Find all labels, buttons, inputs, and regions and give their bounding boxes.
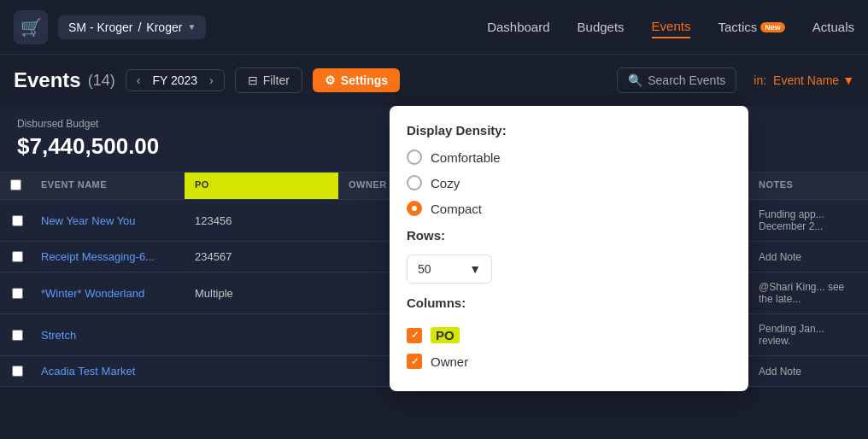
row-checkbox-cell [0,321,31,349]
brand-icon: 🛒 [14,10,48,44]
settings-button[interactable]: ⚙ Settings [313,68,400,92]
po-cell: Multiple [185,278,338,308]
year-prev-button[interactable]: ‹ [133,73,144,87]
column-owner[interactable]: ✓ Owner [407,348,731,374]
chevron-down-icon: ▼ [187,22,196,32]
nav-tactics[interactable]: Tactics New [718,20,784,34]
row-checkbox[interactable] [12,330,23,341]
notes-cell: Add Note [748,243,868,272]
th-checkbox [0,173,31,199]
nav-links: Dashboard Budgets Events Tactics New Act… [487,15,854,38]
po-column-label: PO [431,327,460,343]
checkbox-owner: ✓ [407,354,422,369]
filter-button[interactable]: ⊟ Filter [235,67,302,93]
org-separator: / [138,20,141,34]
density-compact[interactable]: Compact [407,201,731,216]
search-placeholder: Search Events [648,73,725,87]
nav-actuals[interactable]: Actuals [812,16,854,38]
density-title: Display Density: [407,123,731,138]
gear-icon: ⚙ [325,73,336,87]
nav-dashboard[interactable]: Dashboard [487,16,549,38]
po-cell: 234567 [185,242,338,272]
notes-cell: Add Note [748,357,868,386]
rows-dropdown[interactable]: 50 ▼ [407,255,492,284]
density-cozy[interactable]: Cozy [407,175,731,190]
notes-cell: @Shari King... see the late... [748,272,868,313]
rows-section: Rows: 50 ▼ [407,228,731,284]
row-checkbox-cell [0,207,31,235]
year-next-button[interactable]: › [206,73,217,87]
notes-cell: Pending Jan... review. [748,314,868,355]
event-name-cell[interactable]: Acadia Test Market [31,356,185,386]
event-count: (14) [88,72,115,90]
columns-title: Columns: [407,296,731,310]
page-title: Events (14) [14,68,115,92]
row-checkbox[interactable] [12,366,23,377]
in-value: Event Name [773,73,839,87]
year-nav: ‹ FY 2023 › [126,69,225,91]
radio-comfortable [407,149,422,165]
columns-section: Columns: ✓ PO ✓ Owner [407,296,731,374]
event-name-cell[interactable]: *Winter* Wonderland [31,278,185,308]
title-text: Events [14,68,81,92]
org-selector[interactable]: SM - Kroger / Kroger ▼ [58,15,206,39]
toolbar: Events (14) ‹ FY 2023 › ⊟ Filter ⚙ Setti… [0,55,868,106]
nav-budgets[interactable]: Budgets [578,16,625,38]
org-name: SM - Kroger [68,20,132,34]
filter-label: Filter [263,73,290,87]
po-cell [185,363,338,380]
po-cell [185,326,338,343]
notes-cell: Funding app... December 2... [748,200,868,241]
po-cell: 123456 [185,206,338,236]
sub-org-name: Kroger [146,20,182,34]
new-badge: New [760,22,785,32]
th-po: PO [185,173,338,199]
select-all-checkbox[interactable] [10,179,21,190]
event-name-cell[interactable]: Stretch [31,320,185,350]
chevron-down-icon: ▼ [842,73,854,87]
row-checkbox-cell [0,357,31,385]
top-nav: 🛒 SM - Kroger / Kroger ▼ Dashboard Budge… [0,0,868,55]
checkbox-po: ✓ [407,328,422,343]
owner-column-label: Owner [431,354,468,369]
rows-title: Rows: [407,228,731,243]
row-checkbox-cell [0,243,31,271]
settings-panel: Display Density: Comfortable Cozy Compac… [390,106,748,391]
comfortable-label: Comfortable [431,150,501,165]
row-checkbox-cell [0,279,31,307]
search-icon: 🔍 [628,73,642,87]
cozy-label: Cozy [431,176,460,190]
compact-label: Compact [431,202,482,216]
nav-tactics-label: Tactics [718,20,757,34]
settings-label: Settings [341,73,388,87]
th-event-name: EVENT NAME [31,173,185,199]
in-label: in: [754,73,766,87]
column-po[interactable]: ✓ PO [407,322,731,348]
filter-icon: ⊟ [248,73,258,87]
th-notes: NOTES [748,173,868,199]
row-checkbox[interactable] [12,288,23,299]
radio-cozy [407,175,422,190]
year-label: FY 2023 [147,73,202,87]
event-name-cell[interactable]: New Year New You [31,206,185,236]
nav-events[interactable]: Events [652,15,691,38]
radio-compact [407,201,422,216]
row-checkbox[interactable] [12,251,23,262]
search-box[interactable]: 🔍 Search Events [617,67,736,93]
event-name-cell[interactable]: Receipt Messaging-6... [31,242,185,272]
rows-value: 50 [418,262,431,276]
in-selector[interactable]: in: Event Name ▼ [754,73,854,87]
density-comfortable[interactable]: Comfortable [407,149,731,165]
row-checkbox[interactable] [12,215,23,226]
chevron-down-icon: ▼ [469,262,481,276]
